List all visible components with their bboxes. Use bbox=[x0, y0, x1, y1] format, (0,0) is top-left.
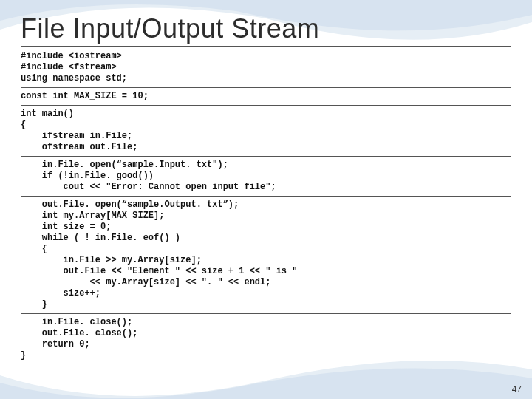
slide-title: File Input/Output Stream bbox=[21, 13, 511, 44]
divider-2 bbox=[21, 105, 511, 106]
title-underline bbox=[21, 46, 511, 47]
divider-5 bbox=[21, 313, 511, 314]
slide: File Input/Output Stream #include <iostr… bbox=[0, 0, 532, 399]
divider-4 bbox=[21, 196, 511, 197]
divider-1 bbox=[21, 87, 511, 88]
code-const: const int MAX_SIZE = 10; bbox=[21, 89, 511, 103]
code-open-input: in.File. open(“sample.Input. txt"); if (… bbox=[21, 158, 511, 194]
code-main-decl: int main() { ifstream in.File; ofstream … bbox=[21, 107, 511, 154]
code-close: in.File. close(); out.File. close(); ret… bbox=[21, 316, 511, 363]
code-includes: #include <iostream> #include <fstream> u… bbox=[21, 50, 511, 86]
code-loop: out.File. open(“sample.Output. txt”); in… bbox=[21, 198, 511, 312]
divider-3 bbox=[21, 156, 511, 157]
page-number: 47 bbox=[512, 384, 522, 395]
